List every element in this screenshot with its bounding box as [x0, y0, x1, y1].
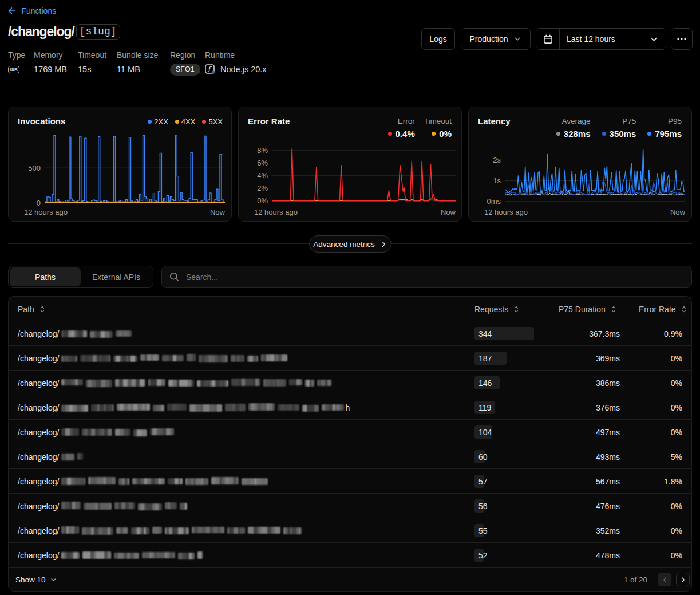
svg-text:Now: Now [210, 208, 226, 216]
svg-text:6%: 6% [257, 159, 268, 167]
svg-text:Now: Now [441, 208, 456, 216]
svg-text:4%: 4% [257, 171, 268, 180]
svg-text:12 hours ago: 12 hours ago [484, 208, 528, 216]
svg-text:0: 0 [37, 199, 41, 207]
svg-text:12 hours ago: 12 hours ago [24, 208, 68, 216]
svg-text:500: 500 [28, 164, 41, 172]
svg-text:2%: 2% [257, 184, 268, 192]
svg-text:0ms: 0ms [487, 197, 501, 206]
svg-text:2s: 2s [493, 156, 501, 164]
svg-text:Now: Now [670, 208, 686, 216]
svg-text:1s: 1s [493, 176, 501, 185]
svg-text:12 hours ago: 12 hours ago [254, 208, 298, 216]
svg-text:0%: 0% [257, 196, 268, 205]
svg-text:8%: 8% [257, 146, 268, 155]
